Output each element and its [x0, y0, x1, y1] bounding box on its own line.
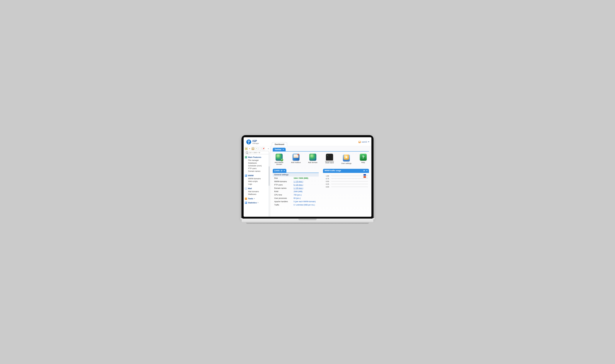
- sidebar: ≡ ★ 📋 ＋ － 📌 Ctrl + Shift + M: [244, 146, 270, 217]
- nav-item-mail-domains[interactable]: Mail domains: [248, 190, 269, 193]
- limits-row: User processes60 (pcs.): [273, 196, 319, 200]
- quick-help[interactable]: Help: [357, 154, 369, 165]
- nav-item-mailboxes[interactable]: Mailboxes: [248, 193, 269, 196]
- settings-icon: [343, 155, 350, 162]
- legend-swatch-icon: [363, 174, 366, 176]
- tab-strip: Dashboard: [244, 141, 371, 146]
- limits-value[interactable]: 1 / 20 (pcs.): [292, 187, 319, 190]
- limits-key: FTP-users: [273, 183, 292, 187]
- chevron-down-icon: [366, 170, 367, 171]
- pin-icon[interactable]: 📌: [262, 147, 265, 150]
- limits-row: FTP-users5 / 20 (pcs.): [273, 183, 319, 187]
- limits-row: Domain names1 / 20 (pcs.): [273, 187, 319, 190]
- refresh-icon[interactable]: ⟳: [281, 169, 282, 172]
- limits-value[interactable]: 1 / 10 (pcs.): [292, 180, 319, 183]
- tree-icon[interactable]: ≡: [245, 147, 248, 150]
- quick-shell-client[interactable]: Shell client: [324, 154, 335, 165]
- search-placeholder: Ctrl + Shift + M: [249, 152, 260, 154]
- limits-value[interactable]: 5 / 20 (pcs.): [292, 183, 319, 187]
- world-icon: [309, 154, 316, 161]
- nav-item-scheduler[interactable]: Scheduler (cron): [248, 164, 269, 167]
- quick-add-mailbox[interactable]: Add mailbox: [290, 154, 302, 165]
- limits-row: Disk1844 / 5000 (MiB): [273, 177, 319, 180]
- sidebar-search[interactable]: Ctrl + Shift + M: [245, 151, 269, 154]
- nav-item-domain-names[interactable]: Domain names: [248, 170, 269, 173]
- limits-key: Apache handlers: [273, 200, 292, 203]
- sidebar-nav: Main Features File manager Databases Sch…: [245, 156, 269, 204]
- nav-group-www: WWW WWW-domains Web-scripts Logs: [245, 174, 269, 185]
- favorite-icon[interactable]: ★: [248, 147, 251, 150]
- globe-icon: [245, 156, 247, 158]
- sidebar-scrollbar[interactable]: [269, 152, 269, 217]
- collapse-icon[interactable]: －: [258, 147, 261, 150]
- limits-table: Disk1844 / 5000 (MiB)WWW-domains1 / 10 (…: [273, 177, 319, 207]
- tools-icon: [245, 197, 247, 200]
- limits-key: RAM: [273, 190, 292, 193]
- limits-key: WWW-domains: [273, 180, 292, 183]
- expand-icon[interactable]: ＋: [255, 147, 258, 150]
- refresh-icon[interactable]: ⟳: [363, 169, 365, 172]
- world-plus-icon: [276, 154, 283, 161]
- limits-key: Disk: [273, 177, 292, 180]
- quick-add-domain[interactable]: Add domain: [307, 154, 319, 165]
- nav-item-file-manager[interactable]: File manager: [248, 159, 269, 162]
- legend-item: ..: [363, 176, 367, 178]
- app-root: ISP manager user13 Dashboard ≡ ★: [244, 137, 371, 217]
- taskbar-header[interactable]: Taskbar: [273, 148, 286, 151]
- limits-value: 0 / unlimited (MiB per mo.): [292, 203, 319, 207]
- www-icon: [245, 174, 247, 177]
- nav-title-mail[interactable]: Mail: [245, 187, 269, 190]
- limits-value: 1844 / 5000 (MiB): [292, 177, 319, 180]
- quick-add-www-domain[interactable]: Add WWW-domain: [273, 154, 285, 165]
- limits-key: Traffic: [273, 203, 292, 207]
- chevron-down-icon: [284, 170, 285, 171]
- nav-group-statistics: Statistics: [245, 202, 269, 204]
- limits-value: 5 (per each WWW-domain): [292, 200, 319, 203]
- traffic-chart: .. .. 1.00 0.75 0.50 0.25: [323, 173, 369, 188]
- nav-title-www[interactable]: WWW: [245, 174, 269, 177]
- mail-icon: [245, 187, 247, 190]
- limits-row: Traffic0 / unlimited (MiB per mo.): [273, 203, 319, 207]
- sidebar-toolbar: ≡ ★ 📋 ＋ － 📌: [245, 147, 269, 150]
- legend-item: ..: [363, 174, 367, 176]
- chevron-down-icon: [283, 149, 284, 150]
- limits-key: User processes: [273, 196, 292, 200]
- limits-row: CPU time700 (pcs.): [273, 193, 319, 196]
- nav-group-mail: Mail Mail domains Mailboxes: [245, 187, 269, 196]
- limits-row: WWW-domains1 / 10 (pcs.): [273, 180, 319, 183]
- chevron-right-icon: [258, 202, 258, 203]
- stats-icon: [245, 202, 247, 204]
- limits-key: Domain names: [273, 187, 292, 190]
- limits-row: Apache handlers5 (per each WWW-domain): [273, 200, 319, 203]
- nav-title-main[interactable]: Main Features: [245, 156, 269, 158]
- legend-swatch-icon: [363, 176, 366, 178]
- terminal-icon: [326, 154, 333, 161]
- nav-group-main: Main Features File manager Databases Sch…: [245, 156, 269, 173]
- limits-row: RAM2048 (MiB): [273, 190, 319, 193]
- nav-group-tools: Tools: [245, 197, 269, 200]
- help-icon: [360, 154, 367, 161]
- clipboard-icon[interactable]: 📋: [252, 147, 254, 150]
- traffic-header[interactable]: WWW traffic usage ⟳: [323, 169, 369, 173]
- nav-item-logs[interactable]: Logs: [248, 183, 269, 185]
- search-icon: [246, 152, 248, 154]
- tab-dashboard[interactable]: Dashboard: [272, 142, 287, 146]
- nav-item-www-domains[interactable]: WWW-domains: [248, 177, 269, 180]
- traffic-legend: .. ..: [363, 174, 367, 178]
- quick-user-settings[interactable]: User settings: [341, 154, 352, 165]
- limits-subheader: General settings: [273, 173, 319, 177]
- limits-value: 2048 (MiB): [292, 190, 319, 193]
- nav-title-tools[interactable]: Tools: [245, 197, 269, 200]
- chevron-right-icon: [254, 198, 255, 199]
- limits-panel: Limits ⟳ General settings Disk1844 / 500…: [273, 169, 319, 207]
- limits-value: 60 (pcs.): [292, 196, 319, 200]
- nav-item-databases[interactable]: Databases: [248, 162, 269, 164]
- nav-title-statistics[interactable]: Statistics: [245, 202, 269, 204]
- mailbox-icon: [293, 154, 299, 161]
- nav-item-ftp-users[interactable]: FTP users: [248, 167, 269, 170]
- chevron-up-icon[interactable]: [268, 148, 269, 149]
- nav-item-web-scripts[interactable]: Web-scripts: [248, 180, 269, 183]
- main-panel: Taskbar Add WWW-domain Add mailbox: [270, 146, 371, 217]
- limits-key: CPU time: [273, 193, 292, 196]
- limits-header[interactable]: Limits ⟳: [273, 169, 286, 173]
